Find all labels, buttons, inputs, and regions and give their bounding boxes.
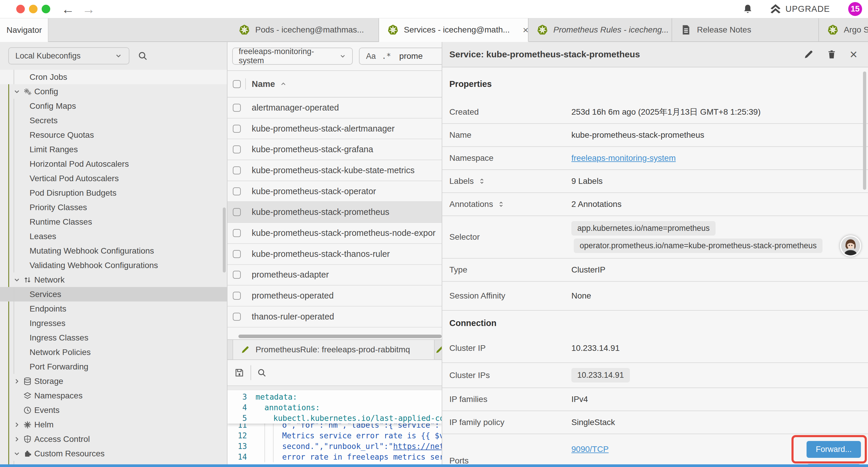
row-checkbox[interactable]	[233, 250, 241, 258]
upgrade-button[interactable]: UPGRADE	[770, 3, 830, 15]
indent-guide	[265, 420, 265, 462]
save-icon[interactable]	[234, 368, 245, 378]
service-row-thanos-ruler-operated[interactable]: thanos-ruler-operated	[227, 307, 442, 327]
detail-scrollbar-thumb[interactable]	[863, 71, 866, 190]
editor-tab-prometheusrule[interactable]: PrometheusRule: freeleaps-prod-rabbitmq	[232, 340, 435, 359]
navigator-panel-tab[interactable]: Navigator	[0, 18, 49, 42]
zoom-window-button[interactable]	[42, 5, 50, 13]
sidebar-item-horizontal-pod-autoscalers[interactable]: Horizontal Pod Autoscalers	[0, 157, 227, 171]
name-column-header[interactable]: Name	[252, 79, 275, 89]
chevron-down-icon	[115, 52, 122, 60]
row-checkbox[interactable]	[233, 208, 241, 216]
service-row-alertmanager-operated[interactable]: alertmanager-operated	[227, 97, 442, 119]
sidebar-item-ingress-classes[interactable]: Ingress Classes	[0, 330, 227, 345]
detail-row-labels: Labels 9 Labels	[442, 170, 868, 193]
filter-input[interactable]: Aa .* prome	[359, 48, 442, 65]
service-row-prometheus-adapter[interactable]: prometheus-adapter	[227, 265, 442, 286]
detail-link-freeleaps-monitoring-system[interactable]: freeleaps-monitoring-system	[571, 153, 676, 163]
row-checkbox[interactable]	[233, 229, 241, 237]
sidebar-item-priority-classes[interactable]: Priority Classes	[0, 200, 227, 214]
yaml-editor[interactable]: 3 metadata: 4 annotations: 5 kubectl.kub…	[227, 390, 442, 467]
sidebar-item-services[interactable]: Services	[0, 287, 227, 301]
row-checkbox[interactable]	[233, 292, 241, 300]
sidebar-scrollbar-thumb[interactable]	[223, 207, 226, 272]
sidebar-item-runtime-classes[interactable]: Runtime Classes	[0, 214, 227, 229]
tab-label: Services - icecheng@math...	[404, 25, 509, 35]
sidebar-item-mutating-webhook-configurations[interactable]: Mutating Webhook Configurations	[0, 243, 227, 258]
code-text: annotations:	[247, 403, 320, 412]
sidebar-item-network[interactable]: Network	[0, 272, 227, 287]
match-case-toggle[interactable]: Aa	[366, 52, 376, 61]
service-row-kube-prometheus-stack-grafana[interactable]: kube-prometheus-stack-grafana	[227, 139, 442, 160]
forward-button[interactable]: Forward...	[807, 441, 861, 458]
sidebar-item-endpoints[interactable]: Endpoints	[0, 301, 227, 316]
close-tab-icon[interactable]: ×	[523, 24, 529, 36]
service-name: alertmanager-operated	[252, 103, 339, 113]
sidebar-item-ingresses[interactable]: Ingresses	[0, 316, 227, 330]
sidebar-item-cron-jobs[interactable]: Cron Jobs	[0, 70, 227, 84]
close-window-button[interactable]	[16, 5, 25, 13]
service-row-kube-prometheus-stack-prometheus[interactable]: kube-prometheus-stack-prometheus	[227, 202, 442, 223]
tab-pods-icecheng-mathmas[interactable]: Pods - icecheng@mathmas...	[230, 18, 379, 42]
port-link-9090-tcp[interactable]: 9090/TCP	[571, 444, 609, 454]
user-avatar[interactable]	[840, 235, 861, 257]
sort-ascending-icon[interactable]	[280, 80, 287, 87]
row-checkbox[interactable]	[233, 104, 241, 112]
sidebar-item-helm[interactable]: Helm	[0, 417, 227, 432]
notifications-bell-icon[interactable]	[742, 4, 753, 14]
sidebar-item-events[interactable]: Events	[0, 403, 227, 417]
close-icon[interactable]: ×	[850, 48, 857, 61]
tab-release-notes[interactable]: Release Notes	[672, 18, 819, 42]
row-checkbox[interactable]	[233, 125, 241, 133]
sidebar-item-port-forwarding[interactable]: Port Forwarding	[0, 359, 227, 374]
horizontal-scrollbar-thumb[interactable]	[239, 334, 442, 338]
row-checkbox[interactable]	[233, 145, 241, 153]
sidebar-item-secrets[interactable]: Secrets	[0, 113, 227, 128]
row-checkbox[interactable]	[233, 167, 241, 174]
sidebar-item-namespaces[interactable]: Namespaces	[0, 388, 227, 403]
sidebar-item-storage[interactable]: Storage	[0, 374, 227, 388]
notification-count-badge[interactable]: 15	[848, 2, 862, 16]
sidebar-item-network-policies[interactable]: Network Policies	[0, 345, 227, 359]
tab-services-icecheng-math[interactable]: Services - icecheng@math... ×	[379, 18, 529, 42]
minimize-window-button[interactable]	[29, 5, 37, 13]
detail-body: Properties Created 253d 16h 6m ago (2025…	[442, 67, 868, 467]
code-link[interactable]: https://net	[393, 442, 442, 451]
edit-pencil-icon[interactable]	[804, 49, 814, 59]
row-checkbox[interactable]	[233, 271, 241, 279]
tab-prometheus-rules-icecheng[interactable]: Prometheus Rules - icecheng...	[529, 18, 672, 42]
forward-arrow-icon[interactable]: →	[82, 3, 95, 16]
back-arrow-icon[interactable]: ←	[61, 3, 74, 16]
service-row-kube-prometheus-stack-alertmanager[interactable]: kube-prometheus-stack-alertmanager	[227, 119, 442, 140]
detail-row-selector: Selector app.kubernetes.io/name=promethe…	[442, 216, 868, 259]
service-row-kube-prometheus-stack-operator[interactable]: kube-prometheus-stack-operator	[227, 181, 442, 202]
sidebar-item-leases[interactable]: Leases	[0, 229, 227, 243]
sidebar-item-config[interactable]: Config	[0, 84, 227, 99]
service-row-kube-prometheus-stack-prometheus-node-expor[interactable]: kube-prometheus-stack-prometheus-node-ex…	[227, 223, 442, 244]
sidebar-item-validating-webhook-configurations[interactable]: Validating Webhook Configurations	[0, 258, 227, 272]
sidebar-item-custom-resources[interactable]: Custom Resources	[0, 446, 227, 461]
row-checkbox[interactable]	[233, 187, 241, 195]
sidebar-item-access-control[interactable]: Access Control	[0, 432, 227, 446]
sidebar-item-config-maps[interactable]: Config Maps	[0, 99, 227, 113]
tab-argo-se[interactable]: Argo Se	[819, 18, 868, 42]
delete-trash-icon[interactable]	[827, 49, 837, 59]
namespace-dropdown[interactable]: freeleaps-monitoring-system	[232, 48, 353, 65]
editor-tab-partial[interactable]	[435, 340, 442, 359]
regex-toggle[interactable]: .*	[382, 52, 391, 61]
kubeconfig-context-dropdown[interactable]: Local Kubeconfigs	[8, 47, 129, 64]
sidebar-item-limit-ranges[interactable]: Limit Ranges	[0, 142, 227, 157]
service-row-kube-prometheus-stack-thanos-ruler[interactable]: kube-prometheus-stack-thanos-ruler	[227, 244, 442, 265]
editor-search-icon[interactable]	[257, 368, 267, 377]
sidebar-search-icon[interactable]	[138, 51, 148, 61]
select-all-checkbox[interactable]	[233, 80, 241, 88]
database-icon	[23, 377, 32, 386]
row-checkbox[interactable]	[233, 313, 241, 321]
detail-row-annotations: Annotations 2 Annotations	[442, 193, 868, 216]
sidebar-item-resource-quotas[interactable]: Resource Quotas	[0, 128, 227, 142]
sidebar-item-vertical-pod-autoscalers[interactable]: Vertical Pod Autoscalers	[0, 171, 227, 185]
sidebar-item-label: Events	[34, 406, 60, 415]
sidebar-item-pod-disruption-budgets[interactable]: Pod Disruption Budgets	[0, 185, 227, 200]
service-row-prometheus-operated[interactable]: prometheus-operated	[227, 286, 442, 307]
service-row-kube-prometheus-stack-kube-state-metrics[interactable]: kube-prometheus-stack-kube-state-metrics	[227, 160, 442, 181]
